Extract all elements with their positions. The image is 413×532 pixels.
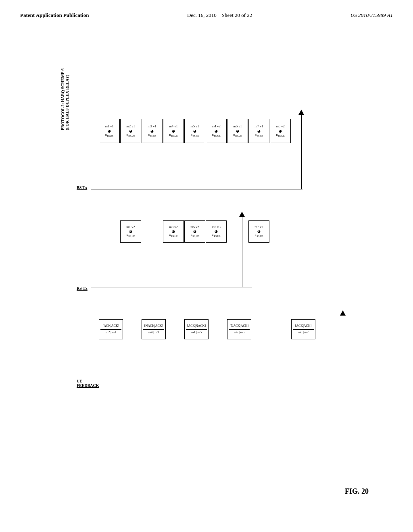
rs-tx-label: RS Tx xyxy=(77,286,88,291)
msg-rs-m5v3: m5 v3 ◕ RRS,UE xyxy=(206,220,227,243)
rs-timeline xyxy=(91,287,252,287)
msg-m6v1: m6 v1 ◕ RBS,UE xyxy=(227,119,248,143)
msg-rs-m5v2: m5 v2 ◕ RRS,UE xyxy=(184,220,205,243)
header-center: Dec. 16, 2010 Sheet 20 of 22 xyxy=(187,12,252,19)
fb-ack-m6m7: [ACK|ACK] m6 | m7 xyxy=(291,319,315,339)
fb-ack-m2m1: [ACK|ACK] m2 | m1 xyxy=(99,319,123,339)
fig-label: FIG. 20 xyxy=(345,487,369,496)
msg-m3v1: m3 v1 ◕ RBS,RS xyxy=(142,119,163,143)
ue-timeline xyxy=(91,385,349,385)
header-left: Patent Application Publication xyxy=(20,12,89,19)
msg-m7v1: m7 v1 ◕ RBS,RS xyxy=(248,119,269,143)
fb-nack-m4m3: [NACK|ACK] m4 | m3 xyxy=(142,319,166,339)
msg-m6v2: m6 v2 ◕ RBS,UE xyxy=(270,119,291,143)
msg-m5v1: m5 v1 ◕ RBS,RS xyxy=(184,119,205,143)
main-content: PROTOCOL 2: HARQ SCHEME 6(FOR HALF DUPLE… xyxy=(20,48,401,500)
header-right: US 2010/315989 A1 xyxy=(350,12,393,19)
msg-m4v2: m4 v2 ◕ RBS,UE xyxy=(206,119,227,143)
ue-arrow-line xyxy=(343,315,343,386)
msg-m1v1: m1 v1 ◕ RBS,RS xyxy=(99,119,120,143)
msg-rs-m3v2: m3 v2 ◕ RRS,UE xyxy=(163,220,184,243)
msg-rs-m1v2: m1 v2 ◕ RRS,UE xyxy=(120,220,141,243)
ue-feedback-label: UEFEEDBACK xyxy=(77,379,99,388)
fb-nack-m6m5: [NACK|ACK] m6 | m5 xyxy=(227,319,251,339)
bs-tx-label: BS Tx xyxy=(77,185,87,190)
msg-m4v1: m4 v1 ◕ RBS,UE xyxy=(163,119,184,143)
fb-ack-m4m5: [ACK|NACK] m4 | m5 xyxy=(184,319,209,339)
bs-timeline xyxy=(91,189,302,189)
msg-rs-m7v2: m7 v2 ◕ RRS,UE xyxy=(248,220,269,243)
msg-m2v1: m2 v1 ◕ RBS,UE xyxy=(120,119,141,143)
protocol-title: PROTOCOL 2: HARQ SCHEME 6(FOR HALF DUPLE… xyxy=(60,69,69,130)
bs-arrow-line xyxy=(301,114,302,189)
rs-arrow-line xyxy=(242,216,242,287)
